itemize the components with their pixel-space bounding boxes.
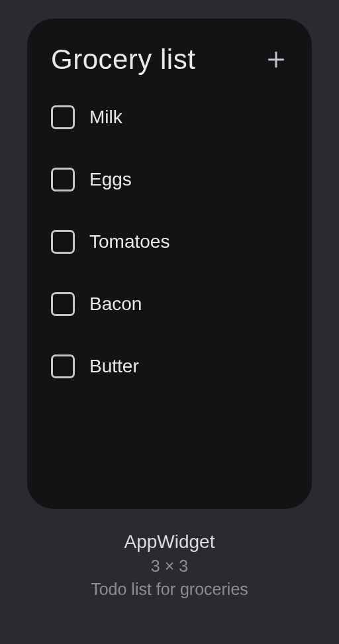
list-item[interactable]: Eggs [51, 168, 288, 191]
list-item[interactable]: Milk [51, 105, 288, 129]
widget-title: Grocery list [51, 44, 195, 76]
list-item[interactable]: Butter [51, 354, 288, 378]
todo-label: Bacon [89, 294, 142, 315]
widget-size: 3 × 3 [151, 557, 188, 576]
widget-description: Todo list for groceries [91, 580, 248, 599]
list-item[interactable]: Tomatoes [51, 230, 288, 254]
list-item[interactable]: Bacon [51, 292, 288, 316]
checkbox[interactable] [51, 230, 75, 254]
widget-info: AppWidget 3 × 3 Todo list for groceries [91, 531, 248, 599]
widget-name: AppWidget [124, 531, 215, 553]
widget-header: Grocery list [51, 44, 288, 76]
todo-label: Eggs [89, 169, 132, 190]
todo-list: Milk Eggs Tomatoes Bacon Butter [51, 105, 288, 378]
checkbox[interactable] [51, 168, 75, 191]
todo-label: Tomatoes [89, 231, 170, 252]
add-button[interactable] [264, 48, 288, 72]
checkbox[interactable] [51, 105, 75, 129]
checkbox[interactable] [51, 354, 75, 378]
todo-label: Milk [89, 107, 122, 128]
checkbox[interactable] [51, 292, 75, 316]
todo-label: Butter [89, 356, 139, 377]
plus-icon [266, 49, 287, 70]
grocery-widget-card: Grocery list Milk Eggs Tomatoes Bacon Bu… [27, 19, 312, 509]
